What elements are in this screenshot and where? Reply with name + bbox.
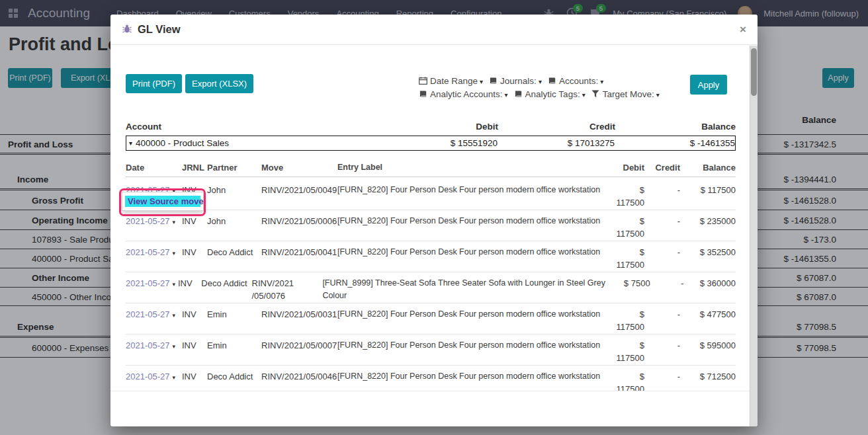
partner-cell: John xyxy=(207,215,261,227)
entry-label-cell: [FURN_8999] Three-Seat Sofa Three Seater… xyxy=(322,277,614,302)
debit-cell: $ 117500 xyxy=(611,246,644,271)
move-cell: RINV/2021​/05/0006 xyxy=(261,215,337,227)
gl-apply-button[interactable]: Apply xyxy=(690,75,727,95)
partner-cell: Deco Addict xyxy=(207,370,261,383)
journal-cell: INV xyxy=(182,370,207,383)
date-cell: 2021-05-27 xyxy=(126,308,182,322)
move-cell: RINV/2021​/05/0041 xyxy=(261,246,337,258)
date-header: Date xyxy=(126,163,182,173)
balance-header: Balance xyxy=(615,122,736,132)
move-cell: RINV/2021​/05/0031 xyxy=(261,308,337,321)
gl-export-xlsx-button[interactable]: Export (XLSX) xyxy=(185,74,253,93)
calendar-icon xyxy=(419,75,427,83)
entry-label-cell: [FURN_8220] Four Person Desk Four person… xyxy=(337,339,606,352)
caret-down-icon xyxy=(480,78,483,85)
journal-icon xyxy=(419,89,427,97)
filter-accounts[interactable]: Accounts: xyxy=(548,76,603,86)
move-cell: RINV/2021​/05/0049 xyxy=(261,184,337,196)
credit-cell: - xyxy=(656,277,684,290)
journal-cell: INV xyxy=(182,246,207,258)
caret-down-icon xyxy=(600,78,603,85)
caret-down-icon[interactable] xyxy=(173,219,176,225)
caret-down-icon[interactable] xyxy=(173,281,176,288)
caret-down-icon[interactable] xyxy=(173,312,176,319)
balance-cell: $ 712500 xyxy=(685,370,736,383)
caret-down-icon[interactable] xyxy=(173,250,176,257)
gl-filters: Date RangeJournals:Accounts:Analytic Acc… xyxy=(419,75,686,101)
balance-cell: $ 352500 xyxy=(685,246,736,258)
caret-down-icon xyxy=(505,91,508,99)
debit-cell: $ 117500 xyxy=(611,184,644,209)
account-summary-row: 400000 - Product Sales $ 15551920 $ 1701… xyxy=(126,136,736,151)
credit-cell: - xyxy=(650,370,680,383)
caret-down-icon[interactable] xyxy=(129,139,132,147)
filter-journals[interactable]: Journals: xyxy=(489,76,542,86)
caret-down-icon[interactable] xyxy=(173,343,176,350)
date-cell: 2021-05-27 xyxy=(126,277,178,291)
partner-header: Partner xyxy=(207,163,261,173)
credit-cell: - xyxy=(650,184,680,196)
journal-cell: INV xyxy=(182,215,207,227)
account-credit: $ 17013275 xyxy=(498,138,615,148)
filter-label: Analytic Tags: xyxy=(525,89,580,99)
filter-target-move[interactable]: Target Move: xyxy=(591,89,660,99)
account-name: 400000 - Product Sales xyxy=(136,138,229,148)
gl-table-rows: 2021-05-27INVJohnRINV/2021​/05/0049[FURN… xyxy=(126,179,736,409)
journal-cell: INV xyxy=(182,339,207,352)
move-cell: RINV/2021​/05/0046 xyxy=(261,370,337,383)
journal-icon xyxy=(548,75,556,83)
caret-down-icon xyxy=(539,78,542,85)
scrollbar-thumb[interactable] xyxy=(751,48,757,96)
view-source-move-menu-item[interactable]: View Source move xyxy=(125,196,200,207)
balance-cell: $ 360000 xyxy=(689,277,736,290)
credit-header: Credit xyxy=(650,163,680,173)
entry-label-cell: [FURN_8220] Four Person Desk Four person… xyxy=(337,215,606,227)
balance-header: Balance xyxy=(685,163,736,173)
gl-print-pdf-button[interactable]: Print (PDF) xyxy=(126,74,182,93)
debug-bug-icon xyxy=(122,23,132,36)
filter-label: Journals: xyxy=(500,76,537,86)
partner-cell: Deco Addict xyxy=(201,277,251,290)
account-summary-header: Account Debit Credit Balance xyxy=(126,122,736,132)
balance-cell: $ 117500 xyxy=(685,184,736,196)
date-link[interactable]: 2021-05-27 xyxy=(126,216,170,226)
filter-label: Analytic Accounts: xyxy=(430,89,503,99)
date-dropdown-menu: View Source move xyxy=(122,192,204,211)
modal-title: GL View xyxy=(138,23,181,36)
gl-table-row: 2021-05-27INVDeco AddictRINV/2021​/05/00… xyxy=(126,272,736,303)
entry-label-cell: [FURN_8220] Four Person Desk Four person… xyxy=(337,246,606,258)
modal-scrollbar xyxy=(750,46,758,426)
debit-cell: $ 117500 xyxy=(611,215,644,240)
journal-icon xyxy=(489,75,498,83)
filter-analytic-accounts[interactable]: Analytic Accounts: xyxy=(419,89,508,99)
date-link[interactable]: 2021-05-27 xyxy=(126,372,170,381)
filter-date-range[interactable]: Date Range xyxy=(419,76,483,86)
entry-label-cell: [FURN_8220] Four Person Desk Four person… xyxy=(337,184,606,196)
account-balance: $ -1461355 xyxy=(615,138,735,148)
gl-table-row: 2021-05-27INVEminRINV/2021​/05/0031[FURN… xyxy=(126,303,736,335)
modal-footer xyxy=(110,391,758,409)
gl-view-modal: GL View × Print (PDF) Export (XLSX) Date… xyxy=(110,15,758,426)
credit-cell: - xyxy=(650,339,680,352)
caret-down-icon xyxy=(656,91,660,99)
entry-label-header: Entry Label xyxy=(337,163,606,173)
caret-down-icon[interactable] xyxy=(173,374,176,381)
modal-body: Print (PDF) Export (XLSX) Date RangeJour… xyxy=(110,45,758,409)
date-cell: 2021-05-27 xyxy=(126,339,182,353)
move-cell: RINV/2021​/05/0076 xyxy=(252,277,323,302)
date-link[interactable]: 2021-05-27 xyxy=(126,340,170,350)
date-link[interactable]: 2021-05-27 xyxy=(126,278,170,288)
journal-cell: INV xyxy=(182,308,207,321)
date-link[interactable]: 2021-05-27 xyxy=(126,309,170,319)
move-header: Move xyxy=(261,163,337,173)
credit-cell: - xyxy=(650,246,680,258)
date-link[interactable]: 2021-05-27 xyxy=(126,247,170,257)
credit-header: Credit xyxy=(498,122,615,132)
close-icon[interactable]: × xyxy=(740,24,746,35)
balance-cell: $ 477500 xyxy=(685,308,736,321)
filter-label: Target Move: xyxy=(603,89,654,99)
debit-header: Debit xyxy=(611,163,644,173)
entry-label-cell: [FURN_8220] Four Person Desk Four person… xyxy=(337,308,606,321)
filter-analytic-tags[interactable]: Analytic Tags: xyxy=(514,89,586,99)
caret-down-icon xyxy=(582,91,586,99)
